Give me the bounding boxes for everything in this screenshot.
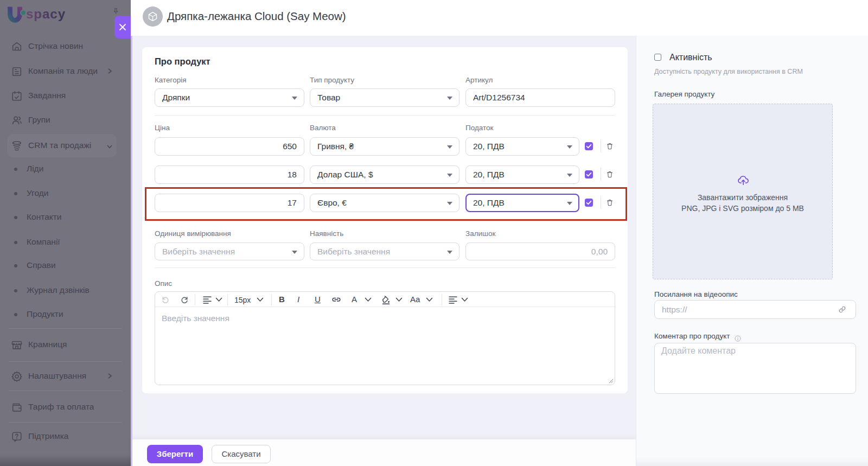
svg-text:spacy: spacy <box>26 7 66 21</box>
